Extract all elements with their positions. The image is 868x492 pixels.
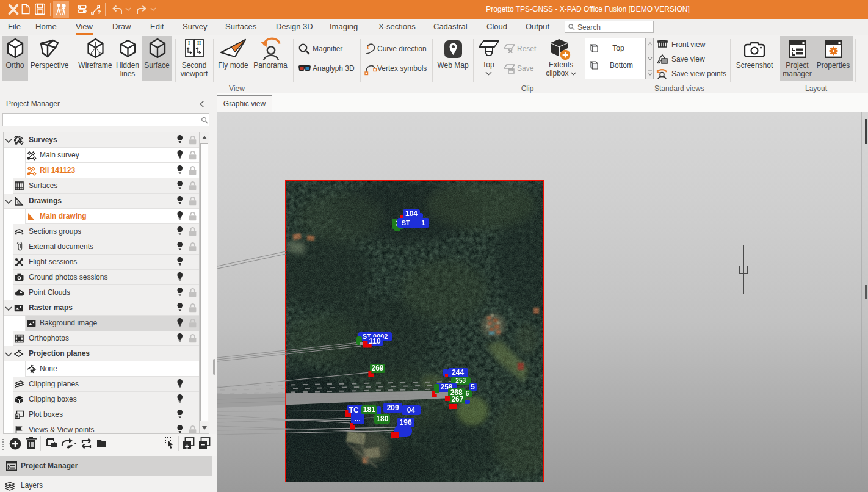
svg-text:I: I <box>188 40 190 46</box>
svg-text:II: II <box>197 40 201 46</box>
svg-text:?: ? <box>98 9 101 15</box>
